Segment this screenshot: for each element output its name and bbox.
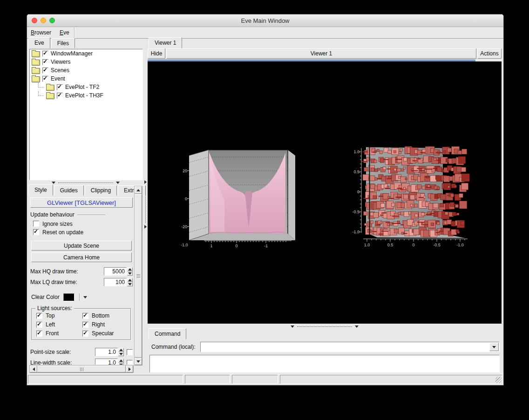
tree-row-windowmanager[interactable]: WindowManager [30,49,142,58]
clear-color-swatch[interactable] [63,293,75,301]
actions-button[interactable]: Actions [477,48,502,59]
light-front-checkbox[interactable] [36,331,42,337]
tree-checkbox[interactable] [42,76,48,82]
tree-checkbox[interactable] [42,59,48,65]
zoom-window-button[interactable] [49,18,55,23]
spin-up-button[interactable] [127,278,133,282]
point-size-checkbox[interactable] [127,349,133,355]
spin-down-button[interactable] [118,352,124,356]
spin-up-icon [119,359,123,362]
th3f-box [403,167,406,169]
th3f-box [371,184,375,189]
thumb-grip [83,367,83,371]
light-right-checkbox[interactable] [82,322,88,328]
window-title: Eve Main Window [241,17,289,24]
viewer-area: Viewer 1 Hide Viewer 1 Actions [148,38,502,373]
scroll-down-button[interactable] [135,358,142,365]
tab-files[interactable]: Files [51,38,75,48]
point-size-value[interactable]: 1.0 [95,348,118,356]
resize-grip[interactable] [495,377,502,383]
style-panel-hscrollbar[interactable] [29,365,134,373]
color-dropdown-icon[interactable] [83,296,87,298]
spin-up-button[interactable] [118,348,124,352]
spin-up-button[interactable] [118,359,124,363]
spin-down-button[interactable] [127,282,133,286]
menu-eve[interactable]: Eve [56,28,74,37]
viewer-title-bar[interactable]: Viewer 1 [166,48,476,59]
titlebar[interactable]: Eve Main Window [27,14,503,27]
scroll-left-button[interactable] [30,366,37,373]
max-hq-row: Max HQ draw time: 5000 [30,267,133,276]
hscrollbar-thumb[interactable] [37,366,126,373]
tab-eve[interactable]: Eve [28,37,50,48]
menu-browser[interactable]: Browser [27,28,56,37]
th3f-box [419,197,423,198]
line-width-value[interactable]: 1.0 [95,359,118,365]
tab-style[interactable]: Style [28,184,53,196]
spin-down-button[interactable] [127,271,133,276]
tree-row-eveplot-tf2[interactable]: EvePlot - TF2 [30,83,142,91]
th3f-box [400,149,402,151]
th3f-box [370,212,373,216]
ignore-sizes-checkbox[interactable] [33,221,39,227]
tree-checkbox[interactable] [42,51,48,57]
tab-viewer-1[interactable]: Viewer 1 [149,37,182,48]
max-lq-spinbox: 100 [104,278,133,286]
reset-on-update-checkbox[interactable] [33,229,39,235]
command-dropdown-button[interactable] [489,343,499,351]
ignore-sizes-label: Ignore sizes [42,221,73,227]
tree-checkbox[interactable] [42,68,48,74]
th3f-box [414,204,418,207]
tab-viewer-1-label: Viewer 1 [155,40,176,46]
glviewer-button[interactable]: GLViewer [TGLSAViewer] [30,197,133,208]
hide-button[interactable]: Hide [148,48,165,59]
scrollbar-thumb[interactable] [135,194,142,358]
tab-guides[interactable]: Guides [54,185,84,196]
minimize-window-button[interactable] [41,18,46,23]
update-scene-button[interactable]: Update Scene [31,241,132,251]
tab-clipping[interactable]: Clipping [85,185,117,196]
spin-up-button[interactable] [127,267,133,271]
tree-row-eveplot-th3f[interactable]: EvePlot - TH3F [30,91,142,100]
tree-row-scenes[interactable]: Scenes [30,66,142,75]
light-bottom-checkbox[interactable] [82,313,88,319]
tree-row-event[interactable]: Event [30,75,142,83]
y-tick-label: -0.5 [352,210,359,214]
scroll-up-button[interactable] [135,186,142,194]
light-sources-grid: Top Bottom Left Right [36,312,129,337]
command-input[interactable] [201,342,489,352]
light-specular-checkbox[interactable] [82,331,88,337]
th3f-box [461,222,464,225]
th3f-box [398,212,401,215]
tree-row-viewers[interactable]: Viewers [30,58,142,66]
max-lq-value[interactable]: 100 [104,278,127,286]
th3f-box [373,152,376,153]
command-tabbar: Command [149,329,187,339]
z-tick-label: -20 [181,224,187,229]
tree-checkbox[interactable] [57,93,63,99]
th3f-box [389,198,393,199]
command-splitter[interactable] [148,324,502,329]
tab-command[interactable]: Command [149,328,186,339]
light-top-checkbox[interactable] [36,313,42,319]
line-width-checkbox[interactable] [127,360,133,365]
th3f-box [398,176,400,178]
folder-icon [32,68,40,74]
tree-checkbox[interactable] [57,84,63,90]
light-left-checkbox[interactable] [36,322,42,328]
spin-down-button[interactable] [118,363,124,365]
th3f-box [412,170,418,171]
corner-tick-label: -1.0 [181,243,188,247]
camera-home-button[interactable]: Camera Home [31,252,132,262]
th3f-box [377,196,379,198]
tab-guides-label: Guides [60,187,78,194]
style-panel-scrollbar[interactable] [134,186,142,366]
th3f-box [400,212,404,215]
th3f-box [437,222,440,225]
scroll-right-button[interactable] [126,366,133,373]
max-hq-value[interactable]: 5000 [104,267,127,276]
gl-viewport[interactable]: 20 0 -20 1 0 -1 -1.0 [148,61,502,324]
close-window-button[interactable] [32,18,37,23]
th3f-box [421,212,425,216]
main-vertical-splitter[interactable] [144,38,148,373]
